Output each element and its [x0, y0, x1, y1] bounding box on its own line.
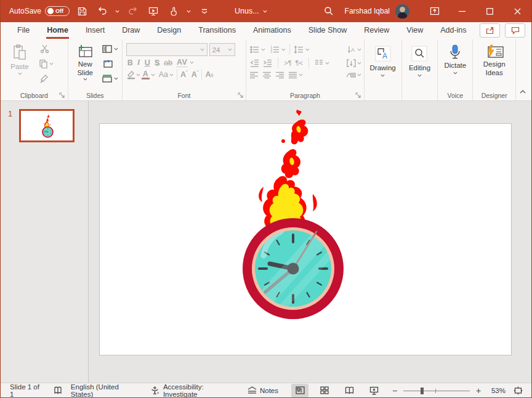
tab-animations[interactable]: Animations — [244, 22, 300, 39]
italic-button: I — [137, 58, 140, 67]
layout-button[interactable] — [101, 42, 119, 55]
zoom-slider-thumb[interactable] — [421, 388, 424, 394]
dictate-button[interactable]: Dictate — [440, 42, 470, 89]
zoom-slider[interactable] — [403, 386, 470, 395]
reading-view-button[interactable] — [341, 384, 358, 397]
change-case-button: Aa — [159, 70, 174, 79]
columns-icon — [315, 59, 323, 67]
tab-design[interactable]: Design — [148, 22, 190, 39]
reset-button[interactable] — [101, 57, 115, 70]
autosave-switch[interactable]: Off — [45, 6, 70, 16]
notes-button[interactable]: Notes — [243, 383, 283, 397]
slide-sorter-view-button[interactable] — [316, 384, 333, 397]
strikethrough-button: ab — [164, 59, 172, 67]
accessibility-checker-button[interactable]: Accessibility: Investigate — [147, 383, 243, 397]
tab-view[interactable]: View — [398, 22, 432, 39]
undo-button[interactable] — [94, 2, 110, 20]
spell-check-icon — [54, 386, 62, 395]
document-title[interactable]: Unus... — [235, 0, 267, 22]
chevron-down-icon — [261, 48, 265, 51]
slide-thumbnail[interactable] — [19, 109, 75, 142]
dictate-label: Dictate — [444, 61, 466, 70]
avatar[interactable] — [395, 4, 409, 18]
paragraph-dialog-launcher[interactable] — [355, 91, 362, 99]
editing-button[interactable]: Editing — [404, 43, 435, 89]
maximize-icon — [486, 8, 493, 15]
powerpoint-window: AutoSave Off — [0, 0, 532, 398]
bold-button: B — [127, 59, 133, 67]
tab-review[interactable]: Review — [355, 22, 398, 39]
spell-check-button[interactable] — [49, 383, 66, 397]
smartart-icon — [346, 71, 356, 79]
slide-show-button[interactable] — [365, 384, 382, 397]
zoom-percentage[interactable]: 53% — [485, 387, 506, 394]
font-size-combo: 24 — [209, 43, 235, 56]
increase-indent-icon — [263, 59, 272, 67]
chevron-down-icon — [417, 74, 422, 77]
collapse-ribbon-button[interactable] — [519, 88, 526, 95]
burning-clock-image[interactable] — [232, 109, 355, 322]
account-button[interactable]: Farshad Iqbal — [345, 4, 409, 18]
scissors-icon — [40, 44, 49, 54]
font-dialog-launcher[interactable] — [236, 91, 244, 99]
slide-thumbnail-panel: 1 — [1, 101, 89, 383]
align-text-icon — [347, 59, 356, 67]
align-text-button — [347, 59, 361, 67]
line-spacing-button — [294, 46, 310, 54]
autosave-toggle[interactable]: AutoSave Off — [9, 6, 70, 16]
autosave-knob — [47, 8, 54, 14]
slide-indicator[interactable]: Slide 1 of 1 — [6, 383, 49, 397]
underline-button: U — [145, 59, 150, 67]
touch-mouse-mode-button[interactable] — [166, 2, 182, 20]
normal-view-button[interactable] — [291, 384, 308, 397]
tab-slide-show[interactable]: Slide Show — [300, 22, 356, 39]
burning-clock-thumbnail-image — [41, 114, 55, 138]
fit-slide-to-window-button[interactable] — [509, 384, 526, 397]
tab-insert[interactable]: Insert — [77, 22, 113, 39]
ltr-paragraph-icon: >¶ — [284, 59, 291, 67]
clipboard-dialog-launcher[interactable] — [58, 91, 66, 99]
zoom-slider-rail — [403, 391, 470, 391]
font-group-label: Font — [123, 92, 246, 99]
dialog-launcher-icon — [355, 92, 361, 98]
close-button[interactable] — [504, 0, 531, 22]
font-color-button: A — [142, 70, 155, 79]
ribbon: Paste Clipboard — [1, 39, 531, 101]
paste-clipboard-icon — [13, 44, 26, 60]
undo-dropdown[interactable] — [113, 2, 121, 20]
zoom-in-button[interactable]: + — [474, 386, 483, 396]
zoom-out-button[interactable]: − — [390, 386, 400, 396]
drawing-button[interactable]: A Drawing — [368, 43, 398, 89]
tab-home[interactable]: Home — [38, 22, 77, 39]
chevron-down-icon — [49, 62, 54, 65]
touch-mode-dropdown[interactable] — [185, 2, 192, 20]
ribbon-display-options-button[interactable] — [421, 0, 448, 22]
maximize-button[interactable] — [476, 0, 504, 22]
quick-access-overflow-button[interactable] — [196, 2, 212, 20]
search-button[interactable] — [316, 0, 341, 22]
slide-number: 1 — [8, 109, 12, 118]
share-button[interactable] — [480, 23, 500, 38]
numbered-list-icon: 123 — [270, 46, 280, 54]
tab-transitions[interactable]: Transitions — [190, 22, 244, 39]
minimize-button[interactable] — [448, 0, 476, 22]
design-ideas-button[interactable]: Design Ideas — [477, 42, 512, 89]
tab-file[interactable]: File — [9, 22, 38, 39]
autosave-label: AutoSave — [9, 7, 41, 15]
section-button[interactable] — [101, 71, 119, 85]
chevron-down-icon — [357, 48, 361, 51]
brush-icon — [40, 74, 49, 83]
comments-button[interactable] — [505, 23, 525, 38]
slide-canvas[interactable] — [89, 101, 531, 383]
svg-text:A: A — [382, 52, 387, 60]
rtl-paragraph-icon: ¶< — [296, 59, 303, 67]
save-button[interactable] — [74, 2, 90, 20]
new-slide-button[interactable]: New Slide — [71, 42, 100, 89]
decrease-indent-icon — [250, 59, 259, 67]
slide-layout-icon — [102, 45, 112, 53]
language-button[interactable]: English (United States) — [66, 383, 147, 397]
normal-view-icon — [296, 386, 305, 394]
start-from-beginning-button[interactable] — [145, 2, 161, 20]
tab-draw[interactable]: Draw — [113, 22, 148, 39]
tab-add-ins[interactable]: Add-ins — [432, 22, 475, 39]
